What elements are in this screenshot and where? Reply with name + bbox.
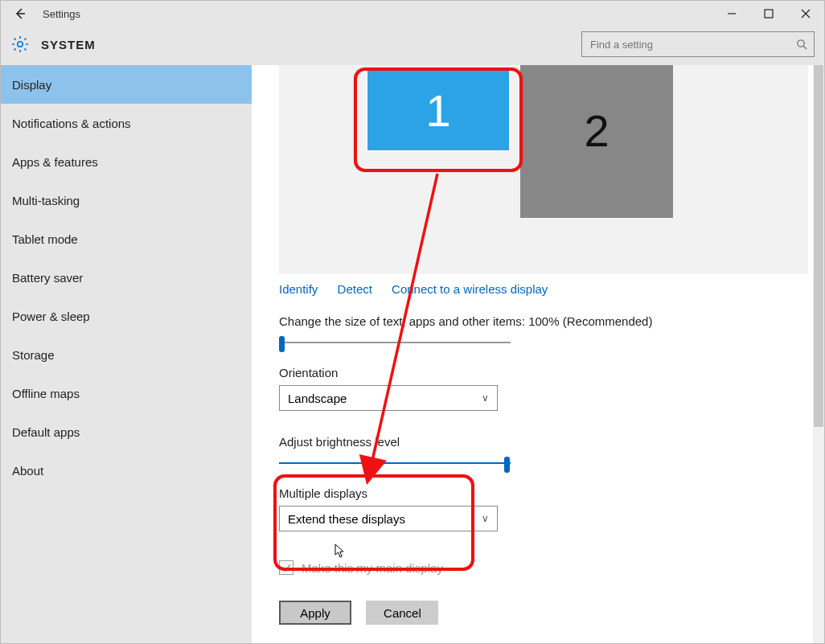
- sidebar-item-label: Storage: [12, 348, 55, 362]
- checkbox-icon: [279, 560, 293, 575]
- scale-label: Change the size of text, apps and other …: [279, 314, 652, 328]
- main-display-checkbox-row[interactable]: Make this my main display: [279, 560, 443, 575]
- identify-link[interactable]: Identify: [279, 282, 318, 296]
- monitor-2[interactable]: 2: [520, 65, 673, 218]
- chevron-down-icon: ∨: [482, 392, 489, 404]
- monitor-links: Identify Detect Connect to a wireless di…: [279, 282, 564, 296]
- close-button[interactable]: [787, 1, 824, 27]
- button-label: Cancel: [384, 606, 421, 620]
- minimize-button[interactable]: [713, 1, 750, 27]
- button-label: Apply: [300, 606, 330, 620]
- sidebar-item-power[interactable]: Power & sleep: [1, 297, 252, 335]
- sidebar-item-storage[interactable]: Storage: [1, 335, 252, 374]
- scroll-thumb[interactable]: [814, 65, 823, 427]
- search-box[interactable]: [581, 31, 815, 57]
- header: SYSTEM: [1, 27, 824, 65]
- sidebar-item-apps[interactable]: Apps & features: [1, 142, 252, 181]
- search-input[interactable]: [589, 38, 796, 51]
- content: 2 1 Identify Detect Connect to a wireles…: [279, 65, 808, 643]
- sidebar-item-notifications[interactable]: Notifications & actions: [1, 104, 252, 142]
- sidebar-item-battery[interactable]: Battery saver: [1, 258, 252, 297]
- sidebar-item-display[interactable]: Display: [1, 65, 252, 104]
- multiple-displays-dropdown[interactable]: Extend these displays ∨: [279, 506, 498, 531]
- svg-rect-0: [765, 10, 773, 18]
- monitor-label: 2: [584, 105, 609, 157]
- cancel-button[interactable]: Cancel: [366, 601, 438, 625]
- svg-point-1: [18, 42, 23, 47]
- sidebar-item-label: Default apps: [12, 425, 80, 439]
- sidebar-item-label: Battery saver: [12, 271, 83, 285]
- monitor-preview-area: 2 1: [279, 65, 808, 274]
- scale-slider[interactable]: [279, 334, 511, 353]
- sidebar-item-label: Multi-tasking: [12, 194, 80, 207]
- apply-button[interactable]: Apply: [279, 601, 351, 625]
- scrollbar[interactable]: [813, 65, 824, 643]
- sidebar-item-about[interactable]: About: [1, 451, 252, 490]
- back-arrow-icon: [14, 7, 27, 20]
- multiple-displays-value: Extend these displays: [288, 512, 405, 526]
- monitor-1[interactable]: 1: [366, 68, 511, 152]
- body: Display Notifications & actions Apps & f…: [1, 65, 824, 643]
- orientation-label: Orientation: [279, 366, 338, 379]
- sidebar-item-offline-maps[interactable]: Offline maps: [1, 374, 252, 412]
- orientation-value: Landscape: [288, 392, 347, 405]
- sidebar-item-label: Notifications & actions: [12, 117, 131, 130]
- sidebar-item-label: Power & sleep: [12, 310, 90, 323]
- content-wrap: 2 1 Identify Detect Connect to a wireles…: [252, 65, 824, 643]
- multiple-displays-label: Multiple displays: [279, 486, 367, 500]
- sidebar-item-tablet[interactable]: Tablet mode: [1, 219, 252, 258]
- gear-icon: [10, 35, 30, 54]
- maximize-button[interactable]: [750, 1, 787, 27]
- brightness-label: Adjust brightness level: [279, 435, 400, 449]
- title-bar: Settings: [1, 1, 824, 27]
- sidebar-item-label: Display: [12, 78, 51, 92]
- sidebar-item-label: Offline maps: [12, 387, 80, 400]
- back-button[interactable]: [1, 1, 39, 27]
- detect-link[interactable]: Detect: [338, 282, 372, 296]
- sidebar-item-label: About: [12, 464, 43, 478]
- search-icon: [796, 39, 807, 50]
- svg-point-2: [798, 40, 804, 47]
- sidebar-item-default-apps[interactable]: Default apps: [1, 412, 252, 451]
- settings-window: Settings SYSTEM Display Notifications & …: [0, 0, 825, 644]
- sidebar-item-multitasking[interactable]: Multi-tasking: [1, 181, 252, 219]
- monitor-label: 1: [425, 84, 450, 137]
- chevron-down-icon: ∨: [482, 513, 489, 524]
- wireless-link[interactable]: Connect to a wireless display: [392, 282, 548, 296]
- brightness-slider[interactable]: [279, 454, 511, 474]
- orientation-dropdown[interactable]: Landscape ∨: [279, 385, 498, 411]
- main-display-checkbox-label: Make this my main display: [302, 561, 443, 575]
- sidebar-item-label: Tablet mode: [12, 232, 78, 246]
- window-title: Settings: [39, 8, 80, 20]
- sidebar: Display Notifications & actions Apps & f…: [1, 65, 252, 643]
- sidebar-item-label: Apps & features: [12, 155, 98, 169]
- section-title: SYSTEM: [41, 38, 96, 51]
